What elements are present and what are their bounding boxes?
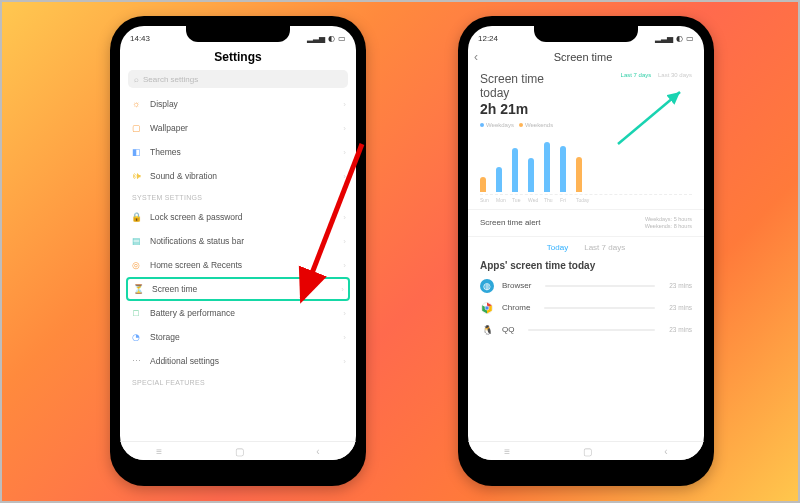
row-screentime[interactable]: ⏳ Screen time ›	[126, 277, 350, 301]
app-row-browser[interactable]: ◍ Browser 23 mins	[468, 275, 704, 297]
alert-sub: Weekdays: 5 hours Weekends: 8 hours	[645, 216, 692, 230]
row-themes[interactable]: ◧ Themes ›	[120, 140, 356, 164]
row-notifications[interactable]: ▤ Notifications & status bar ›	[120, 229, 356, 253]
row-display[interactable]: ☼ Display ›	[120, 92, 356, 116]
wifi-icon: ◐	[676, 34, 683, 43]
chevron-right-icon: ›	[343, 172, 346, 181]
section-special: SPECIAL FEATURES	[120, 373, 356, 390]
row-label: Wallpaper	[150, 123, 188, 133]
row-label: Themes	[150, 147, 181, 157]
battery-icon: □	[130, 307, 142, 319]
xlabel: Mon	[496, 197, 502, 203]
app-time: 23 mins	[669, 304, 692, 311]
row-sound[interactable]: 🕪 Sound & vibration ›	[120, 164, 356, 188]
nav-menu-icon[interactable]: ≡	[504, 446, 510, 457]
app-row-qq[interactable]: 🐧 QQ 23 mins	[468, 319, 704, 341]
apps-title: Apps' screen time today	[468, 258, 704, 275]
period-tabs: Today Last 7 days	[468, 237, 704, 258]
row-storage[interactable]: ◔ Storage ›	[120, 325, 356, 349]
app-bar	[528, 329, 655, 331]
row-additional[interactable]: ⋯ Additional settings ›	[120, 349, 356, 373]
android-navbar[interactable]: ≡ ▢ ‹	[468, 441, 704, 460]
themes-icon: ◧	[130, 146, 142, 158]
status-icons: ▂▃▅ ◐ ▭	[655, 34, 694, 43]
row-battery[interactable]: □ Battery & performance ›	[120, 301, 356, 325]
app-time: 23 mins	[669, 326, 692, 333]
phone-settings: 14:43 ▂▃▅ ◐ ▭ Settings ⌕ Search settings…	[110, 16, 366, 486]
app-time: 23 mins	[669, 282, 692, 289]
nav-back-icon[interactable]: ‹	[664, 446, 667, 457]
nav-home-icon[interactable]: ▢	[583, 446, 592, 457]
bar-fri	[560, 146, 566, 192]
bar-thu	[544, 142, 550, 192]
screen-right: 12:24 ▂▃▅ ◐ ▭ ‹ Screen time Screen time …	[468, 26, 704, 460]
summary-l2: today	[480, 86, 509, 100]
home-icon: ◎	[130, 259, 142, 271]
row-lockscreen[interactable]: 🔒 Lock screen & password ›	[120, 205, 356, 229]
xlabel: Wed	[528, 197, 534, 203]
chevron-right-icon: ›	[343, 309, 346, 318]
phone-screentime: 12:24 ▂▃▅ ◐ ▭ ‹ Screen time Screen time …	[458, 16, 714, 486]
search-icon: ⌕	[134, 75, 139, 84]
chevron-right-icon: ›	[343, 261, 346, 270]
chart-xlabels: Sun Mon Tue Wed Thu Fri Today	[480, 197, 692, 203]
chevron-right-icon: ›	[343, 357, 346, 366]
chevron-right-icon: ›	[343, 100, 346, 109]
row-homescreen[interactable]: ◎ Home screen & Recents ›	[120, 253, 356, 277]
qq-icon: 🐧	[480, 323, 494, 337]
xlabel: Fri	[560, 197, 566, 203]
row-label: Battery & performance	[150, 308, 235, 318]
summary-box: Screen time today 2h 21m Last 7 days Las…	[468, 68, 704, 120]
tab-today[interactable]: Today	[547, 243, 568, 252]
sound-icon: 🕪	[130, 170, 142, 182]
tab-7days[interactable]: Last 7 days	[621, 72, 652, 78]
xlabel: Tue	[512, 197, 518, 203]
nav-menu-icon[interactable]: ≡	[156, 446, 162, 457]
row-wallpaper[interactable]: ▢ Wallpaper ›	[120, 116, 356, 140]
legend-dot-weekend	[519, 123, 523, 127]
row-label: Screen time	[152, 284, 197, 294]
row-label: Home screen & Recents	[150, 260, 242, 270]
alert-weekdays: Weekdays: 5 hours	[645, 216, 692, 222]
page-title: Screen time	[484, 51, 682, 63]
summary-value: 2h 21m	[480, 101, 528, 117]
brightness-icon: ☼	[130, 98, 142, 110]
bar-mon	[496, 167, 502, 192]
browser-icon: ◍	[480, 279, 494, 293]
search-placeholder: Search settings	[143, 75, 198, 84]
storage-icon: ◔	[130, 331, 142, 343]
chevron-right-icon: ›	[341, 285, 344, 294]
chevron-right-icon: ›	[343, 148, 346, 157]
app-name: QQ	[502, 325, 514, 334]
nav-back-icon[interactable]: ‹	[316, 446, 319, 457]
app-name: Browser	[502, 281, 531, 290]
search-input[interactable]: ⌕ Search settings	[128, 70, 348, 88]
chevron-right-icon: ›	[343, 237, 346, 246]
chrome-icon	[480, 301, 494, 315]
back-button[interactable]: ‹	[474, 50, 478, 64]
xlabel: Today	[576, 197, 582, 203]
legend-weekdays: Weekdays	[486, 122, 514, 128]
android-navbar[interactable]: ≡ ▢ ‹	[120, 441, 356, 460]
page-title: Settings	[120, 48, 356, 70]
usage-chart	[480, 134, 692, 195]
bar-wed	[528, 158, 534, 192]
app-bar	[544, 307, 655, 309]
row-label: Additional settings	[150, 356, 219, 366]
signal-icon: ▂▃▅	[655, 34, 673, 43]
nav-home-icon[interactable]: ▢	[235, 446, 244, 457]
status-time: 12:24	[478, 34, 498, 43]
battery-icon: ▭	[338, 34, 346, 43]
tab-30days[interactable]: Last 30 days	[658, 72, 692, 78]
alert-title: Screen time alert	[480, 218, 540, 227]
tab-last7[interactable]: Last 7 days	[584, 243, 625, 252]
app-bar	[545, 285, 655, 287]
chart-legend: Weekdays Weekends	[468, 120, 704, 130]
bar-tue	[512, 148, 518, 192]
settings-list: ☼ Display › ▢ Wallpaper › ◧ Themes › 🕪 S…	[120, 92, 356, 460]
app-row-chrome[interactable]: Chrome 23 mins	[468, 297, 704, 319]
screen-time-alert[interactable]: Screen time alert Weekdays: 5 hours Week…	[468, 209, 704, 237]
status-time: 14:43	[130, 34, 150, 43]
notification-icon: ▤	[130, 235, 142, 247]
bar-sun	[480, 177, 486, 192]
